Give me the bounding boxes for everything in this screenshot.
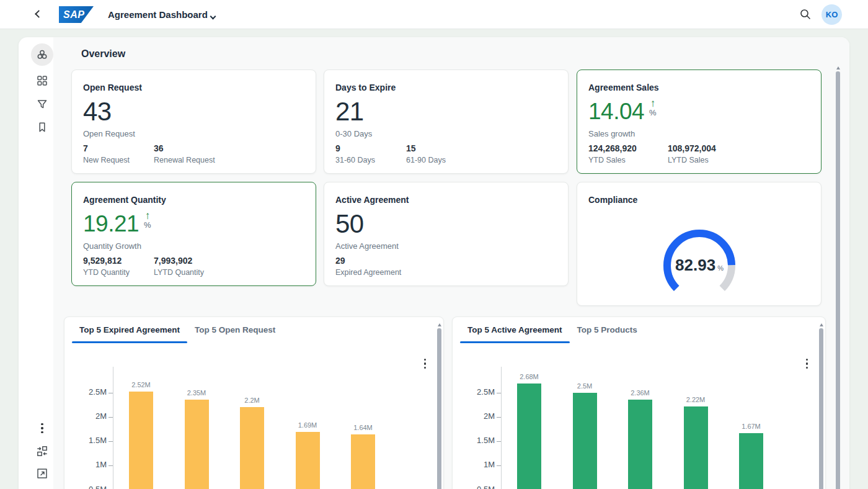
y-tick-label: 2M bbox=[461, 411, 495, 421]
tab-top5-active-agreement[interactable]: Top 5 Active Agreement bbox=[460, 317, 570, 342]
sidebar-item-bookmark[interactable] bbox=[31, 116, 53, 138]
kpi-label: Active Agreement bbox=[335, 241, 399, 251]
bar[interactable] bbox=[240, 407, 264, 489]
detail-value: 108,972,004 bbox=[668, 143, 727, 153]
kpi-label: 0-30 Days bbox=[335, 129, 372, 138]
trend-up-icon: ↑ bbox=[650, 99, 656, 109]
detail-label: Renewal Request bbox=[154, 156, 215, 164]
kpi-card-days-to-expire[interactable]: Days to Expire 21 0-30 Days 9 31-60 Days… bbox=[324, 70, 569, 174]
bar[interactable] bbox=[739, 433, 763, 489]
bar[interactable] bbox=[573, 393, 597, 489]
app-title[interactable]: Agreement Dashboard bbox=[108, 0, 208, 29]
y-tick-label: 1M bbox=[461, 460, 495, 469]
detail-value: 9 bbox=[335, 143, 395, 153]
detail-value: 7 bbox=[83, 143, 143, 153]
bar[interactable] bbox=[185, 400, 209, 489]
kpi-card-open-request[interactable]: Open Request 43 Open Request 7 New Reque… bbox=[71, 70, 316, 174]
bar[interactable] bbox=[129, 392, 153, 489]
sidebar-expand-button[interactable] bbox=[31, 462, 53, 485]
kpi-detail: 15 61-90 Days bbox=[406, 143, 466, 164]
detail-label: New Request bbox=[83, 156, 143, 164]
kpi-card-agreement-sales[interactable]: Agreement Sales 14.04 ↑ % Sales growth 1… bbox=[577, 70, 822, 174]
tab-top5-products[interactable]: Top 5 Products bbox=[570, 317, 645, 342]
sidebar-swap-button[interactable] bbox=[31, 440, 53, 462]
kpi-card-active-agreement[interactable]: Active Agreement 50 Active Agreement 29 … bbox=[324, 182, 569, 286]
bar-value-label: 1.69M bbox=[283, 421, 333, 429]
tab-top5-expired-agreement[interactable]: Top 5 Expired Agreement bbox=[72, 317, 187, 342]
trend-unit: % bbox=[649, 109, 657, 117]
members-icon bbox=[36, 48, 48, 61]
search-button[interactable] bbox=[799, 8, 813, 22]
bar-value-label: 2.36M bbox=[615, 389, 665, 397]
bar[interactable] bbox=[628, 400, 652, 489]
avatar[interactable]: KO bbox=[822, 4, 842, 25]
bar-value-label: 2.68M bbox=[504, 373, 554, 380]
kpi-label: Quantity Growth bbox=[83, 241, 141, 251]
y-axis-line bbox=[113, 367, 113, 489]
panel-scroll-up-arrow[interactable] bbox=[438, 321, 441, 326]
app-root: SAP Agreement Dashboard KO bbox=[0, 0, 868, 489]
panel-scroll-up-arrow[interactable] bbox=[820, 321, 823, 326]
card-title: Compliance bbox=[588, 195, 637, 205]
main-scrollbar[interactable] bbox=[836, 71, 840, 489]
card-title: Active Agreement bbox=[335, 195, 409, 205]
y-tick-mark bbox=[497, 441, 501, 442]
kpi-value: 50 bbox=[335, 210, 364, 238]
bar-value-label: 2.22M bbox=[671, 396, 721, 403]
chart-menu-button[interactable] bbox=[424, 352, 427, 369]
bar[interactable] bbox=[296, 432, 320, 489]
kpi-value: 19.21 bbox=[83, 210, 139, 238]
chart-panel-expired-agreement: Top 5 Expired Agreement Top 5 Open Reque… bbox=[64, 316, 444, 489]
sap-logo: SAP bbox=[59, 6, 94, 23]
kpi-detail: 29 Expired Agreement bbox=[335, 256, 401, 277]
kpi-value: 21 bbox=[335, 97, 364, 126]
detail-label: 31-60 Days bbox=[335, 156, 395, 164]
y-tick-mark bbox=[497, 417, 501, 418]
title-dropdown-button[interactable] bbox=[208, 12, 215, 18]
gauge-number: 82.93 bbox=[675, 256, 715, 274]
y-tick-label: 0.5M bbox=[73, 485, 107, 489]
bar-chart: 2.5M2M1.5M1M0.5M2.68M2.5M2.36M2.22M1.67M bbox=[463, 367, 794, 489]
chevron-down-icon bbox=[210, 14, 216, 20]
top-bar: SAP Agreement Dashboard KO bbox=[0, 0, 868, 29]
detail-label: LYTD Quantity bbox=[154, 268, 213, 277]
gauge-value-text: 82.93% bbox=[661, 256, 738, 275]
kpi-card-agreement-quantity[interactable]: Agreement Quantity 19.21 ↑ % Quantity Gr… bbox=[71, 182, 316, 286]
panel-scrollbar[interactable] bbox=[819, 328, 823, 489]
panel-scrollbar[interactable] bbox=[437, 328, 441, 489]
open-in-window-icon bbox=[36, 467, 48, 480]
bar-value-label: 2.2M bbox=[227, 397, 277, 404]
tab-top5-open-request[interactable]: Top 5 Open Request bbox=[187, 317, 283, 342]
swap-icon bbox=[36, 445, 48, 457]
detail-label: LYTD Sales bbox=[668, 156, 727, 164]
search-icon bbox=[799, 8, 812, 20]
card-title: Agreement Quantity bbox=[83, 195, 166, 205]
content-area: Overview Open Request 43 Open Request 7 … bbox=[53, 37, 849, 489]
detail-value: 9,529,812 bbox=[83, 256, 143, 266]
kpi-detail: 108,972,004 LYTD Sales bbox=[668, 143, 727, 164]
sidebar-item-filter[interactable] bbox=[31, 93, 53, 115]
sidebar-overflow-button[interactable] bbox=[31, 417, 53, 439]
bar-value-label: 2.52M bbox=[116, 381, 166, 388]
bar[interactable] bbox=[351, 434, 375, 489]
bar[interactable] bbox=[684, 406, 708, 489]
chart-tabs: Top 5 Expired Agreement Top 5 Open Reque… bbox=[72, 317, 283, 342]
chart-panel-active-agreement: Top 5 Active Agreement Top 5 Products 2.… bbox=[452, 316, 826, 489]
chart-menu-button[interactable] bbox=[806, 352, 808, 369]
kpi-detail: 7,993,902 LYTD Quantity bbox=[154, 256, 213, 277]
sidebar-item-members[interactable] bbox=[31, 43, 53, 66]
kpi-card-compliance[interactable]: Compliance 82.93% bbox=[577, 182, 822, 306]
y-tick-label: 2M bbox=[73, 411, 107, 421]
kpi-detail: 9 31-60 Days bbox=[335, 143, 395, 164]
kpi-detail: 7 New Request bbox=[83, 143, 143, 164]
main-shell: Overview Open Request 43 Open Request 7 … bbox=[19, 37, 849, 489]
bar-value-label: 1.67M bbox=[726, 423, 776, 430]
y-tick-mark bbox=[108, 465, 113, 466]
bar[interactable] bbox=[517, 384, 541, 489]
main-scroll-up-arrow[interactable] bbox=[836, 65, 840, 70]
sidebar-rail bbox=[19, 37, 53, 489]
sidebar-item-tiles[interactable] bbox=[31, 70, 53, 92]
bar-value-label: 2.5M bbox=[560, 382, 610, 390]
back-button[interactable] bbox=[33, 9, 46, 21]
card-title: Agreement Sales bbox=[588, 83, 659, 92]
